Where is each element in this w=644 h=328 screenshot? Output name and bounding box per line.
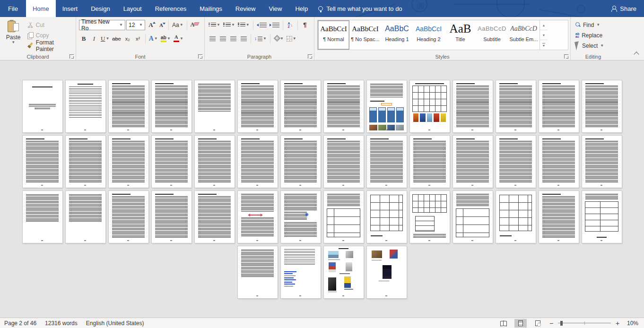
page-thumbnail-41[interactable]	[539, 191, 579, 243]
page-thumbnail-8[interactable]	[324, 80, 364, 132]
style-card-subtitle[interactable]: AaBbCcDSubtitle	[476, 20, 508, 50]
page-thumbnail-30[interactable]	[66, 191, 105, 243]
page-thumbnail-9[interactable]	[367, 80, 407, 132]
paragraph-dialog-launcher[interactable]	[308, 54, 312, 59]
page-thumbnail-45[interactable]	[324, 246, 364, 298]
word-count-indicator[interactable]: 12316 words	[41, 320, 82, 327]
page-thumbnail-36[interactable]	[324, 191, 364, 243]
zoom-percentage[interactable]: 10%	[624, 320, 638, 327]
tab-file[interactable]: File	[0, 0, 26, 17]
page-thumbnail-2[interactable]	[66, 80, 105, 132]
find-button[interactable]: Find ▼	[574, 20, 614, 30]
line-spacing-dropdown-arrow[interactable]: ▼	[263, 37, 267, 41]
clear-formatting-button[interactable]: A	[190, 20, 200, 30]
select-dropdown-arrow[interactable]: ▼	[600, 44, 604, 48]
page-thumbnail-5[interactable]	[195, 80, 235, 132]
zoom-slider-thumb[interactable]	[560, 321, 563, 326]
underline-button[interactable]: U ▼	[100, 34, 110, 44]
collapse-ribbon-button[interactable]	[634, 52, 639, 57]
page-thumbnail-17[interactable]	[109, 136, 148, 188]
borders-dropdown-arrow[interactable]: ▼	[293, 37, 296, 41]
page-thumbnail-40[interactable]	[496, 191, 536, 243]
page-thumbnail-21[interactable]	[281, 136, 321, 188]
paste-button[interactable]: Paste ▼	[3, 19, 24, 51]
page-thumbnail-23[interactable]	[367, 136, 407, 188]
font-color-dropdown-arrow[interactable]: ▼	[180, 37, 183, 41]
increase-indent-button[interactable]	[269, 20, 280, 30]
share-button[interactable]: Share	[604, 0, 644, 17]
replace-button[interactable]: ab ac Replace	[574, 30, 614, 40]
align-right-button[interactable]	[228, 34, 238, 44]
style-card-normal[interactable]: AaBbCcI¶ Normal	[318, 20, 349, 50]
superscript-button[interactable]: x²	[133, 34, 143, 44]
decrease-indent-button[interactable]	[256, 20, 268, 30]
show-paragraph-marks-button[interactable]: ¶	[300, 20, 310, 30]
styles-scroll-down-button[interactable]: ▼	[540, 30, 548, 40]
borders-button[interactable]: ▼	[286, 34, 297, 44]
clipboard-dialog-launcher[interactable]	[70, 54, 74, 59]
page-thumbnail-18[interactable]	[152, 136, 191, 188]
font-family-combobox[interactable]: Times New Ro ▼	[79, 20, 125, 30]
italic-button[interactable]: I	[89, 34, 99, 44]
text-highlight-button[interactable]: ab ▼	[160, 34, 172, 44]
page-thumbnail-29[interactable]	[23, 191, 62, 243]
highlight-dropdown-arrow[interactable]: ▼	[167, 37, 171, 41]
tab-design[interactable]: Design	[84, 0, 116, 17]
web-layout-button[interactable]	[531, 319, 544, 328]
tab-references[interactable]: References	[148, 0, 193, 17]
multilevel-dropdown-arrow[interactable]: ▼	[246, 23, 250, 27]
subscript-button[interactable]: x₂	[123, 34, 132, 44]
styles-more-button[interactable]: ▼	[540, 40, 548, 50]
document-canvas[interactable]	[0, 61, 644, 318]
page-thumbnail-19[interactable]	[195, 136, 235, 188]
page-thumbnail-24[interactable]	[410, 136, 450, 188]
tab-review[interactable]: Review	[229, 0, 262, 17]
language-indicator[interactable]: English (United States)	[82, 320, 148, 327]
text-effects-button[interactable]: A ▼	[148, 34, 159, 44]
paste-dropdown-arrow[interactable]: ▼	[11, 41, 15, 44]
tab-help[interactable]: Help	[288, 0, 314, 17]
shrink-font-button[interactable]: A	[157, 20, 166, 30]
line-spacing-button[interactable]: ↕ ▼	[253, 34, 268, 44]
tab-layout[interactable]: Layout	[117, 0, 148, 17]
page-thumbnail-7[interactable]	[281, 80, 321, 132]
page-thumbnail-14[interactable]	[582, 80, 622, 132]
tab-insert[interactable]: Insert	[56, 0, 85, 17]
multilevel-list-button[interactable]: ▼	[237, 20, 251, 30]
zoom-in-button[interactable]: +	[615, 319, 620, 327]
page-thumbnail-25[interactable]	[453, 136, 493, 188]
page-thumbnail-32[interactable]	[152, 191, 191, 243]
page-thumbnail-12[interactable]	[496, 80, 536, 132]
page-thumbnail-46[interactable]	[367, 246, 407, 298]
page-thumbnail-27[interactable]	[539, 136, 579, 188]
align-center-button[interactable]	[218, 34, 227, 44]
read-mode-button[interactable]	[497, 319, 510, 328]
shading-dropdown-arrow[interactable]: ▼	[280, 37, 284, 41]
numbering-button[interactable]: ▼	[222, 20, 236, 30]
page-thumbnail-42[interactable]	[582, 191, 622, 243]
tab-view[interactable]: View	[262, 0, 288, 17]
shading-button[interactable]: ▼	[273, 34, 285, 44]
page-thumbnail-13[interactable]	[539, 80, 579, 132]
bullets-dropdown-arrow[interactable]: ▼	[217, 23, 220, 27]
justify-button[interactable]	[239, 34, 248, 44]
page-thumbnail-44[interactable]	[281, 246, 321, 298]
underline-dropdown-arrow[interactable]: ▼	[105, 37, 109, 41]
page-thumbnail-26[interactable]	[496, 136, 536, 188]
find-dropdown-arrow[interactable]: ▼	[596, 23, 600, 27]
grow-font-button[interactable]: A	[146, 20, 156, 30]
numbering-dropdown-arrow[interactable]: ▼	[231, 23, 235, 27]
change-case-button[interactable]: Aa ▼	[171, 20, 184, 30]
page-thumbnail-10[interactable]	[410, 80, 450, 132]
styles-scroll-up-button[interactable]: ▲	[540, 20, 548, 30]
tab-home[interactable]: Home	[26, 0, 56, 17]
sort-button[interactable]: AZ ↓	[286, 20, 295, 30]
tellme-box[interactable]: Tell me what you want to do	[318, 0, 402, 17]
page-thumbnail-4[interactable]	[152, 80, 191, 132]
style-card-heading-1[interactable]: AaBbCHeading 1	[381, 20, 413, 50]
zoom-slider[interactable]	[558, 320, 611, 326]
page-thumbnail-20[interactable]	[238, 136, 278, 188]
font-dialog-launcher[interactable]	[198, 54, 202, 59]
page-thumbnail-6[interactable]	[238, 80, 278, 132]
page-thumbnail-43[interactable]	[238, 246, 278, 298]
